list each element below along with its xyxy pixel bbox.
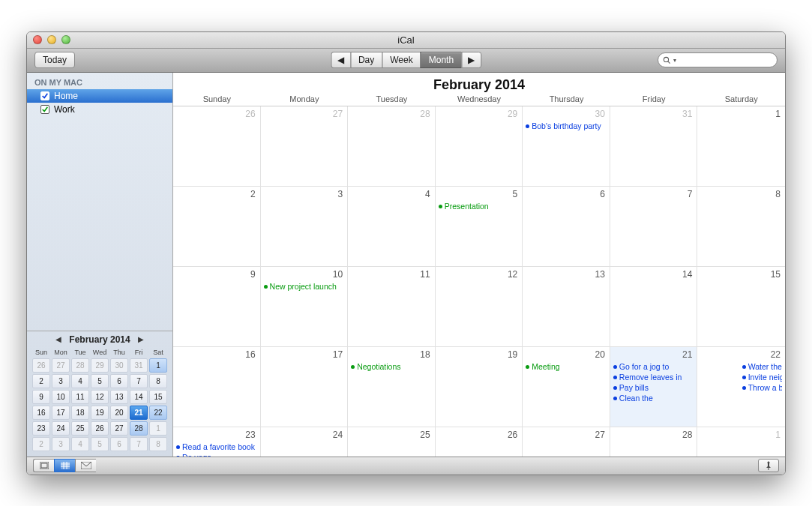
mini-day[interactable]: 27 [51, 358, 70, 373]
mini-next-button[interactable]: ▶ [135, 335, 147, 343]
mini-day[interactable]: 16 [31, 405, 51, 421]
show-calendars-button[interactable] [33, 459, 54, 472]
mini-day[interactable]: 8 [148, 373, 168, 389]
day-cell[interactable]: 12 [436, 267, 523, 347]
day-cell[interactable]: 1 [697, 427, 785, 457]
day-cell[interactable]: 14 [610, 267, 698, 347]
day-cell[interactable]: 27 [523, 427, 610, 457]
event[interactable]: Invite neigh- [742, 373, 782, 382]
mini-day[interactable]: 6 [109, 436, 129, 452]
mini-day[interactable]: 6 [109, 373, 129, 389]
mini-day[interactable]: 31 [129, 358, 148, 373]
day-cell[interactable]: 2 [173, 187, 261, 267]
day-cell[interactable]: 13 [523, 267, 610, 347]
event[interactable]: Presentation [439, 202, 520, 211]
day-cell[interactable]: 22Water the flowersInvite neigh-Throw a … [697, 347, 785, 427]
day-cell[interactable]: 8 [697, 187, 785, 267]
mini-day[interactable]: 29 [90, 358, 109, 373]
day-cell[interactable]: 16 [173, 347, 261, 427]
mini-day[interactable]: 26 [90, 421, 109, 436]
day-cell[interactable]: 6 [523, 187, 610, 267]
mini-day[interactable]: 28 [129, 421, 148, 436]
pin-button[interactable] [758, 459, 779, 472]
mini-day[interactable]: 1 [148, 421, 168, 436]
calendar-item-home[interactable]: Home [27, 89, 172, 103]
mini-day[interactable]: 15 [148, 389, 168, 405]
event[interactable]: Water the flowers [742, 362, 782, 372]
checkbox-icon[interactable] [40, 91, 49, 100]
mini-day[interactable]: 8 [148, 436, 168, 452]
day-cell[interactable]: 25 [348, 427, 436, 457]
show-notifications-button[interactable] [75, 459, 96, 472]
mini-day[interactable]: 27 [109, 421, 129, 436]
mini-day[interactable]: 4 [70, 373, 90, 389]
day-cell[interactable]: 4 [348, 187, 436, 267]
mini-day[interactable]: 7 [129, 373, 148, 389]
view-month-button[interactable]: Month [421, 52, 461, 68]
checkbox-icon[interactable] [40, 105, 49, 114]
mini-day[interactable]: 1 [148, 358, 168, 373]
mini-day[interactable]: 3 [51, 436, 70, 452]
day-cell[interactable]: 7 [610, 187, 698, 267]
day-cell[interactable]: 30Bob's birthday party [523, 106, 610, 187]
mini-day[interactable]: 30 [109, 358, 129, 373]
mini-day[interactable]: 9 [31, 389, 51, 405]
mini-day[interactable]: 20 [109, 405, 129, 421]
mini-day[interactable]: 10 [51, 389, 70, 405]
next-button[interactable]: ▶ [461, 52, 481, 68]
day-cell[interactable]: 21Go for a jog toRemove leaves inPay bil… [610, 347, 698, 427]
zoom-icon[interactable] [61, 35, 70, 44]
day-cell[interactable]: 29 [436, 106, 523, 187]
mini-day[interactable]: 4 [70, 436, 90, 452]
event[interactable]: Read a favorite book [176, 442, 257, 452]
day-cell[interactable]: 26 [173, 106, 261, 187]
mini-day[interactable]: 2 [31, 436, 51, 452]
mini-day[interactable]: 21 [129, 405, 148, 421]
day-cell[interactable]: 23Read a favorite bookDo yogaVisit an ar… [173, 427, 261, 457]
event[interactable]: Remove leaves in [613, 373, 694, 382]
view-week-button[interactable]: Week [382, 52, 420, 68]
minimize-icon[interactable] [47, 35, 56, 44]
event[interactable]: Clean the [613, 394, 694, 403]
event[interactable]: Pay bills [613, 383, 694, 393]
day-cell[interactable]: 17 [261, 347, 349, 427]
mini-day[interactable]: 7 [129, 436, 148, 452]
search-input[interactable]: ▾ [658, 52, 778, 67]
mini-day[interactable]: 2 [31, 373, 51, 389]
today-button[interactable]: Today [34, 52, 75, 68]
day-cell[interactable]: 15 [697, 267, 785, 347]
day-cell[interactable]: 20Meeting [523, 347, 610, 427]
event[interactable]: Meeting [526, 362, 607, 372]
mini-day[interactable]: 3 [51, 373, 70, 389]
prev-button[interactable]: ◀ [331, 52, 350, 68]
day-cell[interactable]: 28 [348, 106, 436, 187]
event[interactable]: Throw a barbecue [742, 383, 782, 393]
mini-day[interactable]: 5 [90, 373, 109, 389]
mini-day[interactable]: 5 [90, 436, 109, 452]
day-cell[interactable]: 18Negotiations [348, 347, 436, 427]
mini-day[interactable]: 19 [90, 405, 109, 421]
day-cell[interactable]: 24 [261, 427, 349, 457]
day-cell[interactable]: 31 [610, 106, 698, 187]
mini-day[interactable]: 11 [70, 389, 90, 405]
day-cell[interactable]: 1 [697, 106, 785, 187]
view-day-button[interactable]: Day [350, 52, 382, 68]
day-cell[interactable]: 27 [261, 106, 349, 187]
mini-day[interactable]: 13 [109, 389, 129, 405]
event[interactable]: Go for a jog to [613, 362, 694, 372]
mini-prev-button[interactable]: ◀ [52, 335, 64, 343]
event[interactable]: Negotiations [351, 362, 432, 372]
mini-day[interactable]: 28 [70, 358, 90, 373]
mini-day[interactable]: 23 [31, 421, 51, 436]
day-cell[interactable]: 26 [436, 427, 523, 457]
day-cell[interactable]: 9 [173, 267, 261, 347]
event[interactable]: New project launch [264, 282, 345, 292]
mini-day[interactable]: 18 [70, 405, 90, 421]
mini-day[interactable]: 14 [129, 389, 148, 405]
show-minimonth-button[interactable] [54, 459, 75, 472]
mini-day[interactable]: 12 [90, 389, 109, 405]
day-cell[interactable]: 5Presentation [436, 187, 523, 267]
mini-day[interactable]: 25 [70, 421, 90, 436]
event[interactable]: Bob's birthday party [526, 121, 607, 131]
day-cell[interactable]: 10New project launch [261, 267, 349, 347]
